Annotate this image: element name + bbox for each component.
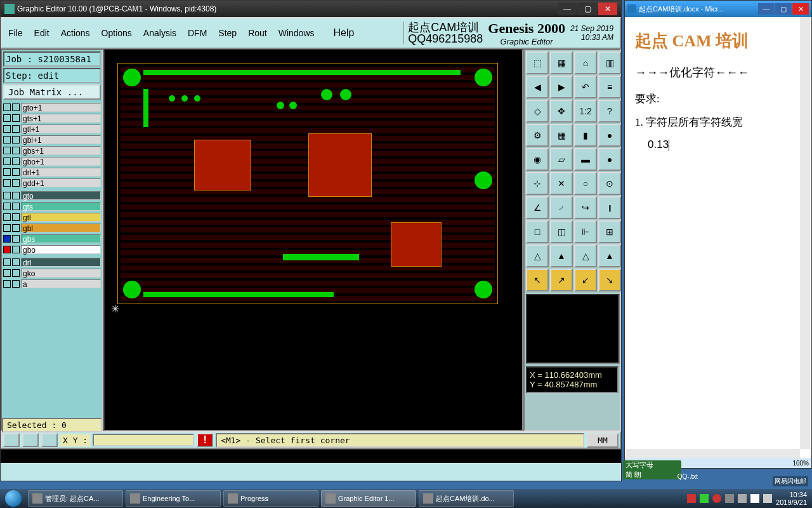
layer-checkbox[interactable] xyxy=(12,246,20,253)
layer-name[interactable]: gbo+1 xyxy=(21,157,101,166)
layer-checkbox[interactable] xyxy=(12,269,20,277)
taskbar-item[interactable]: Progress xyxy=(223,490,318,507)
tool-button[interactable]: ● xyxy=(598,148,621,171)
layer-checkbox[interactable] xyxy=(12,179,20,187)
menu-options[interactable]: Options xyxy=(102,28,132,38)
word-minimize[interactable]: — xyxy=(758,3,775,15)
menu-analysis[interactable]: Analysis xyxy=(143,28,176,38)
layer-checkbox[interactable] xyxy=(12,235,20,243)
tool-button[interactable]: ? xyxy=(598,100,621,123)
layer-checkbox[interactable] xyxy=(12,136,20,144)
tool-button[interactable]: ▲ xyxy=(598,244,621,267)
layer-name[interactable]: gbs+1 xyxy=(21,146,101,155)
layer-checkbox[interactable] xyxy=(12,192,20,199)
desktop-file[interactable]: QQ-.txt xyxy=(678,473,698,480)
tool-button[interactable]: ⌂ xyxy=(574,51,597,74)
layer-checkbox[interactable] xyxy=(3,192,11,199)
tool-button[interactable]: ▦ xyxy=(550,124,573,147)
close-button[interactable]: ✕ xyxy=(598,3,617,15)
layer-name[interactable]: gto+1 xyxy=(21,103,101,112)
tool-button[interactable]: ↗ xyxy=(550,269,573,291)
layer-row[interactable]: gts xyxy=(3,201,101,211)
layer-name[interactable]: gts+1 xyxy=(21,114,101,123)
layer-checkbox[interactable] xyxy=(12,114,20,122)
tool-button[interactable]: ▥ xyxy=(598,51,621,74)
tool-button[interactable]: ✥ xyxy=(550,100,573,123)
menu-step[interactable]: Step xyxy=(218,28,237,38)
genesis-titlebar[interactable]: Graphic Editor 10.00 (1@PCB-CAM1 - Windo… xyxy=(1,1,621,17)
layer-checkbox[interactable] xyxy=(3,224,11,232)
tool-button[interactable]: ◀ xyxy=(526,76,549,98)
layer-checkbox[interactable] xyxy=(3,168,11,176)
tray-icon[interactable] xyxy=(712,494,721,503)
layer-row[interactable]: gbs+1 xyxy=(3,145,101,156)
layer-row[interactable]: gbs xyxy=(3,234,101,244)
layer-checkbox[interactable] xyxy=(3,104,11,111)
word-close[interactable]: ✕ xyxy=(792,3,809,15)
layer-name[interactable]: gtl xyxy=(21,213,101,222)
command-bar[interactable] xyxy=(1,449,621,463)
menu-help[interactable]: Help xyxy=(334,27,355,39)
unit-button[interactable]: MM xyxy=(587,433,619,448)
word-titlebar[interactable]: 起点CAM培训.docx - Micr... — ▢ ✕ xyxy=(625,1,811,17)
taskbar-item[interactable]: 起点CAM培训.do... xyxy=(419,490,514,507)
clock[interactable]: 10:34 2019/9/21 xyxy=(776,491,807,506)
layer-checkbox[interactable] xyxy=(3,258,11,266)
layer-name[interactable]: gbl+1 xyxy=(21,135,101,144)
taskbar-item[interactable]: 管理员: 起点CA... xyxy=(28,490,123,507)
ime-bar[interactable]: 大写字母 简 朗 xyxy=(623,460,681,479)
tool-button[interactable]: △ xyxy=(574,244,597,267)
tool-button[interactable]: ✕ xyxy=(550,172,573,195)
tool-button[interactable]: ◉ xyxy=(526,148,549,171)
menu-windows[interactable]: Windows xyxy=(278,28,315,38)
layer-checkbox[interactable] xyxy=(12,157,20,165)
tool-button[interactable]: ≡ xyxy=(598,76,621,98)
layer-row[interactable]: gtl+1 xyxy=(3,124,101,134)
layer-checkbox[interactable] xyxy=(12,125,20,133)
xy-input[interactable] xyxy=(93,434,194,446)
tray-icon[interactable] xyxy=(687,494,696,503)
tool-button[interactable]: ▦ xyxy=(550,51,573,74)
tool-button[interactable]: ↙ xyxy=(574,269,597,291)
layer-row[interactable]: gts+1 xyxy=(3,113,101,123)
tray-icon[interactable] xyxy=(700,494,709,503)
tool-button[interactable]: ▬ xyxy=(574,148,597,171)
tool-button[interactable]: □ xyxy=(526,220,549,243)
layer-name[interactable]: gts xyxy=(21,202,101,211)
layer-checkbox[interactable] xyxy=(12,104,20,111)
tool-button[interactable]: ↪ xyxy=(574,196,597,219)
tool-button[interactable]: ⊙ xyxy=(598,172,621,195)
tool-button[interactable]: ⊞ xyxy=(598,220,621,243)
layer-row[interactable]: a xyxy=(3,279,101,289)
alert-icon[interactable]: ! xyxy=(197,433,213,447)
layer-name[interactable]: gbs xyxy=(21,234,101,243)
system-tray[interactable]: 10:34 2019/9/21 xyxy=(682,491,812,506)
layer-checkbox[interactable] xyxy=(12,224,20,232)
layer-name[interactable]: gbl xyxy=(21,224,101,232)
bottom-tool-1[interactable] xyxy=(3,433,20,447)
layer-checkbox[interactable] xyxy=(3,213,11,221)
layer-checkbox[interactable] xyxy=(3,147,11,154)
layer-checkbox[interactable] xyxy=(3,157,11,165)
layer-name[interactable]: a xyxy=(21,279,101,288)
layer-name[interactable]: drl+1 xyxy=(21,168,101,177)
layer-row[interactable]: gto xyxy=(3,190,101,201)
layer-row[interactable]: gdd+1 xyxy=(3,178,101,188)
layer-name[interactable]: gko xyxy=(21,269,101,277)
tool-button[interactable]: ⬚ xyxy=(526,51,549,74)
tool-button[interactable]: ● xyxy=(598,124,621,147)
layer-name[interactable]: gdd+1 xyxy=(21,178,101,187)
tool-button[interactable]: ⊹ xyxy=(526,172,549,195)
layer-row[interactable]: gko xyxy=(3,268,101,278)
tool-button[interactable]: ∠ xyxy=(526,196,549,219)
layer-checkbox[interactable] xyxy=(3,203,11,210)
layer-row[interactable]: gbo xyxy=(3,244,101,255)
tool-button[interactable]: △ xyxy=(526,244,549,267)
word-maximize[interactable]: ▢ xyxy=(775,3,792,15)
layer-checkbox[interactable] xyxy=(12,147,20,154)
layer-checkbox[interactable] xyxy=(12,280,20,288)
layer-name[interactable]: gbo xyxy=(21,245,101,254)
tool-button[interactable]: ⟋ xyxy=(550,196,573,219)
tool-button[interactable]: ⚙ xyxy=(526,124,549,147)
bottom-tool-3[interactable] xyxy=(41,433,58,447)
